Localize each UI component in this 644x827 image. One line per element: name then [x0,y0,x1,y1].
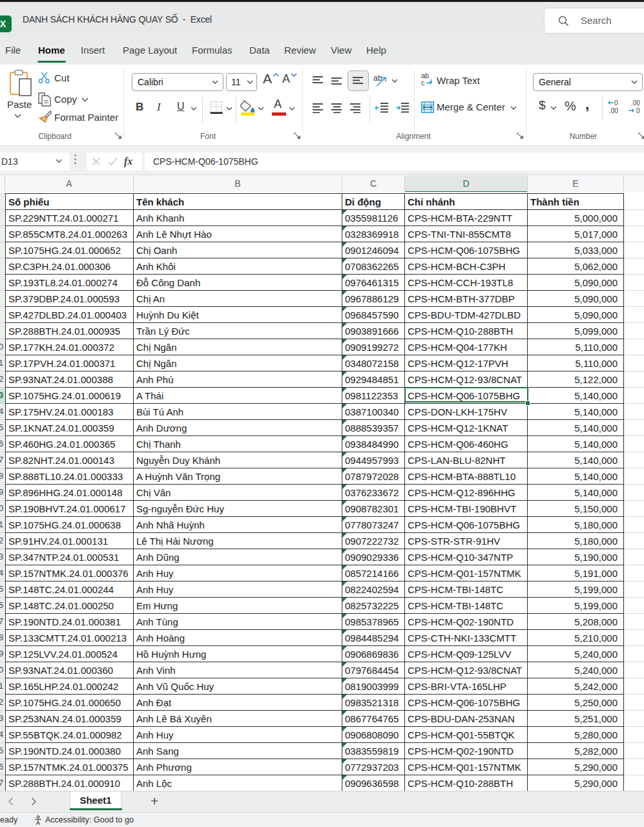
svg-text:.00: .00 [631,99,640,107]
svg-text:c: c [421,79,425,87]
svg-text:.00: .00 [609,107,618,114]
svg-text:0: 0 [614,99,618,107]
svg-text:0: 0 [636,107,640,114]
